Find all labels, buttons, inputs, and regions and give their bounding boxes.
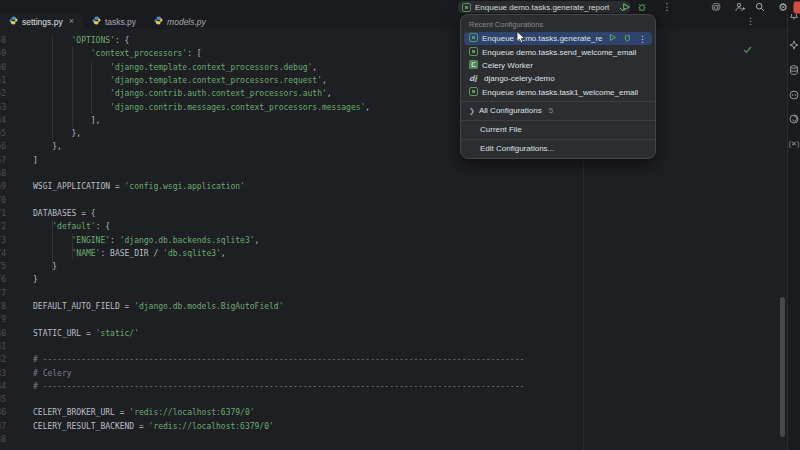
code-line: 74 'NAME': BASE_DIR / 'db.sqlite3', <box>0 247 787 260</box>
run-configuration-selector[interactable]: Enqueue demo.tasks.generate_report <box>458 1 630 13</box>
tab-tasks-py[interactable]: tasks.py <box>83 14 145 29</box>
run-config-item-label: Enqueue demo.tasks.task1_welcome_email <box>482 88 647 97</box>
close-icon[interactable]: × <box>69 17 74 26</box>
all-configurations-row[interactable]: ❯ All Configurations 5 <box>461 104 655 118</box>
line-number: 70 <box>0 194 6 207</box>
corner-badge[interactable] <box>793 1 800 14</box>
line-number: 74 <box>0 247 6 260</box>
run-button[interactable] <box>618 0 634 14</box>
run-config-item-3[interactable]: djdjango-celery-demo <box>464 72 652 85</box>
at-icon: @ <box>711 2 721 12</box>
line-number: 68 <box>0 167 6 180</box>
line-number: 59 <box>0 47 6 60</box>
line-number: 75 <box>0 260 6 273</box>
all-configurations-label: All Configurations <box>479 106 542 115</box>
line-number: 82 <box>0 353 6 366</box>
code-line: 70 <box>0 194 787 207</box>
django-config-icon: dj <box>469 73 480 84</box>
line-number: 73 <box>0 234 6 247</box>
editor-scrollbar-thumb[interactable] <box>780 297 785 437</box>
search-everywhere-button[interactable] <box>752 0 768 14</box>
all-configurations-count: 5 <box>549 106 553 115</box>
inspections-ok-check-icon[interactable] <box>743 40 752 58</box>
svg-text:dj: dj <box>469 74 478 83</box>
python-icon <box>9 16 18 27</box>
code-line: 85 <box>0 393 787 406</box>
code-line: 79 <box>0 313 787 326</box>
line-number: 65 <box>0 127 6 140</box>
more-actions-button[interactable]: ⋮ <box>659 0 675 14</box>
tab-label: models.py <box>167 17 206 27</box>
dropdown-header: Recent Configurations <box>461 17 655 32</box>
settings-button[interactable]: ⚙ <box>775 0 791 14</box>
line-number: 71 <box>0 207 6 220</box>
ai-assistant-icon[interactable] <box>789 40 799 50</box>
code-line: 59 'context_processors': [ <box>0 47 787 60</box>
run-config-item-label: Celery Worker <box>482 61 647 70</box>
tab-label: tasks.py <box>105 17 136 27</box>
code-line: 80STATIC_URL = 'static/' <box>0 327 787 340</box>
edit-configurations-label: Edit Configurations... <box>480 144 554 153</box>
line-number: 77 <box>0 287 6 300</box>
separator <box>461 120 655 121</box>
code-line: 65 }, <box>0 127 787 140</box>
services-icon[interactable] <box>789 114 799 124</box>
line-number: 66 <box>0 140 6 153</box>
debug-button[interactable] <box>634 0 650 14</box>
current-file-row[interactable]: Current File <box>461 123 655 137</box>
line-number: 83 <box>0 367 6 380</box>
code-line: 76} <box>0 273 787 286</box>
gear-icon: ⚙ <box>778 2 788 13</box>
copilot-icon[interactable] <box>789 90 799 100</box>
code-line: 58 'OPTIONS': { <box>0 34 787 47</box>
tab-models-py[interactable]: models.py <box>145 14 215 29</box>
run-config-item-2[interactable]: CCelery Worker <box>464 59 652 72</box>
line-number: 62 <box>0 87 6 100</box>
code-line: 69WSGI_APPLICATION = 'config.wsgi.applic… <box>0 180 787 193</box>
line-number: 58 <box>0 34 6 47</box>
debug-icon[interactable] <box>623 33 632 44</box>
line-number: 63 <box>0 101 6 114</box>
line-number: 61 <box>0 74 6 87</box>
run-config-item-0[interactable]: Enqueue demo.tasks.generate_re⋮ <box>464 32 652 45</box>
edit-configurations-row[interactable]: Edit Configurations... <box>461 142 655 156</box>
code-line: 63 'django.contrib.messages.context_proc… <box>0 101 787 114</box>
line-number: 80 <box>0 327 6 340</box>
line-number: 64 <box>0 114 6 127</box>
code-line: 77 <box>0 287 787 300</box>
mentions-button[interactable]: @ <box>708 0 724 14</box>
line-number: 78 <box>0 300 6 313</box>
chevron-right-icon: ❯ <box>469 107 475 115</box>
tab-settings-py[interactable]: settings.py× <box>0 14 83 29</box>
tab-options-kebab-icon[interactable]: ⋮ <box>746 16 755 26</box>
code-editor[interactable]: 58 'OPTIONS': {59 'context_processors': … <box>0 29 787 450</box>
line-number: 88 <box>0 433 6 446</box>
add-user-icon <box>735 0 746 16</box>
separator <box>461 139 655 140</box>
kebab-icon: ⋮ <box>662 2 672 12</box>
line-number: 72 <box>0 220 6 233</box>
code-with-me-button[interactable] <box>732 0 748 14</box>
run-config-item-4[interactable]: Enqueue demo.tasks.task1_welcome_email <box>464 86 652 99</box>
line-number: 81 <box>0 340 6 353</box>
endpoints-icon[interactable]: (✕) <box>789 139 799 149</box>
code-line: 67] <box>0 154 787 167</box>
code-line: 72 'default': { <box>0 220 787 233</box>
line-number: 84 <box>0 380 6 393</box>
code-line: 75 } <box>0 260 787 273</box>
kebab-icon[interactable]: ⋮ <box>638 34 647 44</box>
line-number: 85 <box>0 393 6 406</box>
line-number: 79 <box>0 313 6 326</box>
python-icon <box>92 16 101 27</box>
editor-tab-bar: settings.py×tasks.pymodels.py <box>0 14 800 29</box>
code-line: 83# Celery <box>0 367 787 380</box>
database-icon[interactable] <box>789 65 799 75</box>
code-line: 78DEFAULT_AUTO_FIELD = 'django.db.models… <box>0 300 787 313</box>
svg-text:C: C <box>471 61 476 69</box>
enqueue-config-icon <box>469 47 478 58</box>
run-icon[interactable] <box>608 33 617 44</box>
enqueue-config-icon <box>469 87 478 98</box>
line-number: 69 <box>0 180 6 193</box>
run-config-item-1[interactable]: Enqueue demo.tasks.send_welcome_email <box>464 45 652 58</box>
endpoints-glyph: (✕) <box>789 140 800 148</box>
